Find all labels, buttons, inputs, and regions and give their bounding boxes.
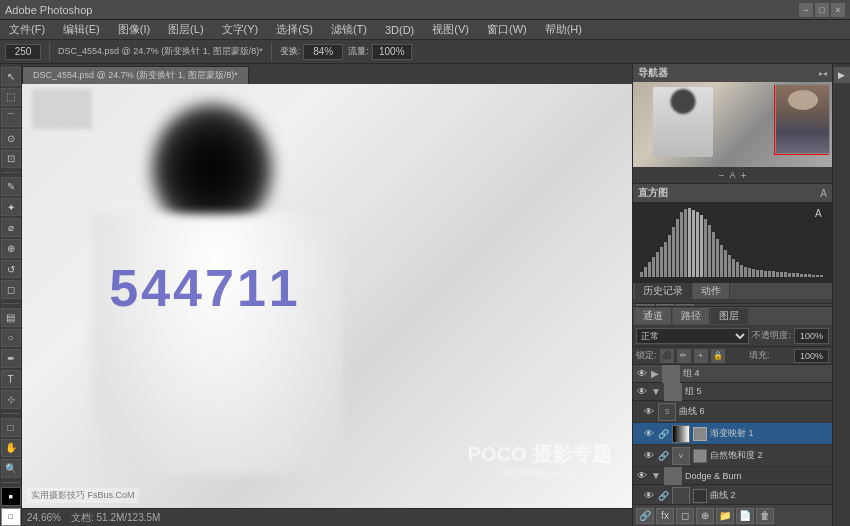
- flow-input[interactable]: [372, 44, 412, 60]
- text-tool[interactable]: T: [1, 370, 21, 389]
- optionsbar: DSC_4554.psd @ 24.7% (新变换针 1, 图层蒙版/8)* 变…: [0, 40, 850, 64]
- layer-group-4[interactable]: 👁 ▶ 组 4: [633, 365, 832, 383]
- blend-mode-select[interactable]: 正常 不透明度: [636, 328, 749, 344]
- nav-zoom-out-icon[interactable]: −: [719, 170, 725, 181]
- hand-tool[interactable]: ✋: [1, 439, 21, 458]
- menu-layer[interactable]: 图层(L): [164, 22, 207, 37]
- lock-image-btn[interactable]: ✏: [677, 349, 691, 363]
- quick-select-tool[interactable]: ⊙: [1, 129, 21, 148]
- eye-icon[interactable]: 👁: [636, 368, 648, 380]
- move-tool[interactable]: ↖: [1, 67, 21, 86]
- lasso-tool[interactable]: ⌒: [1, 108, 21, 127]
- fill-input[interactable]: [794, 349, 829, 363]
- eye-icon[interactable]: 👁: [643, 406, 655, 418]
- canvas-tab-main[interactable]: DSC_4554.psd @ 24.7% (新变换针 1, 图层蒙版/8)*: [22, 66, 249, 84]
- navigator-panel: 导航器 ▸◂: [633, 64, 832, 184]
- zoom-tool[interactable]: 🔍: [1, 459, 21, 478]
- heal-tool[interactable]: ✦: [1, 198, 21, 217]
- gradient-tool[interactable]: ▤: [1, 308, 21, 327]
- foreground-color[interactable]: ■: [1, 487, 21, 506]
- menu-filter[interactable]: 滤镜(T): [327, 22, 371, 37]
- dodge-tool[interactable]: ○: [1, 329, 21, 348]
- path-select-tool[interactable]: ⊹: [1, 390, 21, 409]
- eye-icon[interactable]: 👁: [636, 470, 648, 482]
- person-body: [92, 214, 342, 474]
- eraser-tool[interactable]: ◻: [1, 280, 21, 299]
- menu-text[interactable]: 文字(Y): [218, 22, 263, 37]
- layer-row-active[interactable]: 👁 🔗 渐变映射 1: [633, 423, 832, 445]
- layer-group-db[interactable]: 👁 ▼ Dodge & Burn: [633, 467, 832, 485]
- layer-group-5[interactable]: 👁 ▼ 组 5: [633, 383, 832, 401]
- building-left: [32, 89, 92, 129]
- nav-portrait-bg: [776, 85, 829, 153]
- tab-actions[interactable]: 动作: [693, 283, 730, 299]
- nav-thumb-bg: [633, 82, 832, 167]
- menu-window[interactable]: 窗口(W): [483, 22, 531, 37]
- nav-zoom-in-icon[interactable]: +: [741, 170, 747, 181]
- layer-thumb: V: [672, 447, 690, 465]
- lock-all-btn[interactable]: 🔒: [711, 349, 725, 363]
- crop-tool[interactable]: ⊡: [1, 150, 21, 169]
- history-brush-tool[interactable]: ↺: [1, 260, 21, 279]
- main-layout: ↖ ⬚ ⌒ ⊙ ⊡ ✎ ✦ ⌀ ⊕ ↺ ◻ ▤ ○ ✒ T ⊹ □ ✋ 🔍 ■ …: [0, 64, 850, 526]
- menu-select[interactable]: 选择(S): [272, 22, 317, 37]
- svg-rect-20: [720, 245, 723, 277]
- background-color[interactable]: □: [1, 508, 21, 527]
- eyedropper-tool[interactable]: ✎: [1, 177, 21, 196]
- minimize-button[interactable]: −: [799, 3, 813, 17]
- lock-position-btn[interactable]: +: [694, 349, 708, 363]
- layer-row[interactable]: 👁 🔗 曲线 2: [633, 485, 832, 504]
- tab-paths[interactable]: 路径: [673, 308, 710, 324]
- lock-transparent-btn[interactable]: ⬛: [660, 349, 674, 363]
- eye-icon[interactable]: 👁: [643, 490, 655, 502]
- group-thumb: [662, 365, 680, 383]
- menu-3d[interactable]: 3D(D): [381, 24, 418, 36]
- add-mask-btn[interactable]: ◻: [676, 508, 694, 524]
- menu-image[interactable]: 图像(I): [114, 22, 154, 37]
- canvas-viewport[interactable]: 544711 POCO 摄影专题 http://photo.poco.cn 实用…: [22, 84, 632, 508]
- group-name: 组 4: [683, 367, 829, 380]
- brush-tool[interactable]: ⌀: [1, 218, 21, 237]
- eye-icon[interactable]: 👁: [643, 428, 655, 440]
- menubar: 文件(F) 编辑(E) 图像(I) 图层(L) 文字(Y) 选择(S) 滤镜(T…: [0, 20, 850, 40]
- delete-layer-btn[interactable]: 🗑: [756, 508, 774, 524]
- menu-help[interactable]: 帮助(H): [541, 22, 586, 37]
- layer-row[interactable]: 👁 🔗 V 自然饱和度 2: [633, 445, 832, 467]
- link-layers-btn[interactable]: 🔗: [636, 508, 654, 524]
- brush-size-input[interactable]: [5, 44, 41, 60]
- svg-rect-0: [640, 272, 643, 277]
- marquee-tool[interactable]: ⬚: [1, 88, 21, 107]
- svg-rect-4: [656, 252, 659, 277]
- svg-rect-32: [768, 271, 771, 277]
- close-button[interactable]: ×: [831, 3, 845, 17]
- tab-layers[interactable]: 图层: [711, 308, 748, 324]
- menu-file[interactable]: 文件(F): [5, 22, 49, 37]
- maximize-button[interactable]: □: [815, 3, 829, 17]
- opacity-input[interactable]: [794, 328, 829, 344]
- tab-history[interactable]: 历史记录: [635, 283, 692, 299]
- navigator-arrows[interactable]: ▸◂: [819, 69, 827, 78]
- canvas-doc-size: 文档: 51.2M/123.5M: [71, 511, 160, 525]
- nav-portrait-face: [788, 90, 818, 110]
- canvas-area: DSC_4554.psd @ 24.7% (新变换针 1, 图层蒙版/8)* 5…: [22, 64, 632, 526]
- histogram-content: A: [633, 202, 832, 282]
- eye-icon[interactable]: 👁: [643, 450, 655, 462]
- new-fill-btn[interactable]: ⊕: [696, 508, 714, 524]
- eye-icon[interactable]: 👁: [636, 386, 648, 398]
- new-group-btn[interactable]: 📁: [716, 508, 734, 524]
- zoom-input[interactable]: [303, 44, 343, 60]
- svg-rect-43: [812, 275, 815, 277]
- new-layer-btn[interactable]: 📄: [736, 508, 754, 524]
- add-style-btn[interactable]: fx: [656, 508, 674, 524]
- svg-rect-45: [820, 275, 823, 277]
- svg-rect-30: [760, 270, 763, 277]
- clone-tool[interactable]: ⊕: [1, 239, 21, 258]
- menu-edit[interactable]: 编辑(E): [59, 22, 104, 37]
- menu-view[interactable]: 视图(V): [428, 22, 473, 37]
- collapse-panel-btn[interactable]: ▶: [834, 67, 850, 83]
- layer-row[interactable]: 👁 S 曲线 6: [633, 401, 832, 423]
- tab-channels[interactable]: 通道: [635, 308, 672, 324]
- tool-sep-4: [2, 482, 20, 483]
- shape-tool[interactable]: □: [1, 418, 21, 437]
- pen-tool[interactable]: ✒: [1, 349, 21, 368]
